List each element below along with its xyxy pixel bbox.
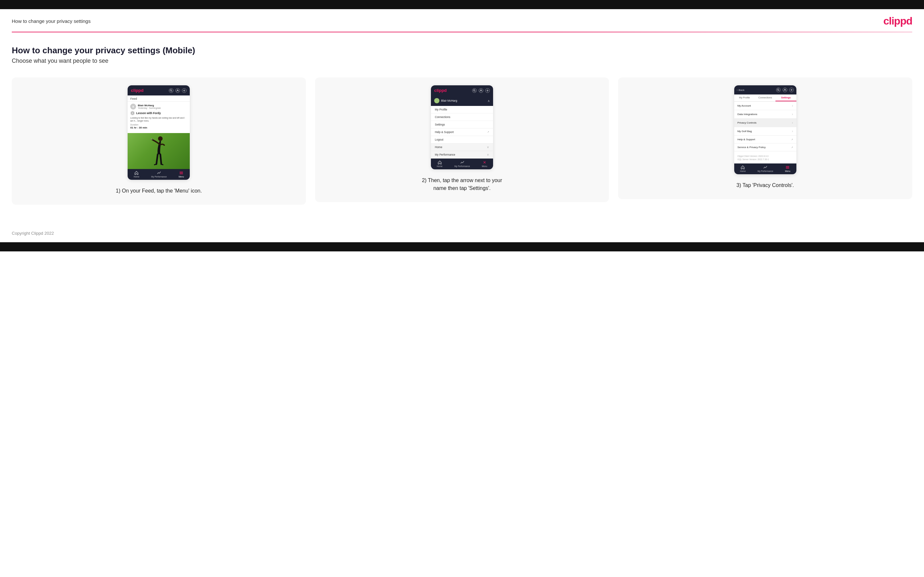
chevron-right-icon-2: ›	[792, 113, 793, 116]
search-icon-3	[776, 88, 781, 92]
svg-point-5	[158, 136, 163, 141]
home-icon-3	[740, 165, 745, 170]
menu-icon-3	[785, 165, 790, 170]
page-subheading: Choose what you want people to see	[12, 58, 912, 64]
nav-performance-label-2: My Performance	[454, 165, 470, 168]
home-icon-2	[438, 160, 442, 165]
nav-menu-label-3: Menu	[785, 170, 790, 172]
steps-row: clippd Feed	[12, 77, 912, 205]
dropdown-menu: My Profile Connections Settings Help & S…	[431, 106, 493, 158]
main-content: How to change your privacy settings (Mob…	[0, 32, 924, 224]
phone-1-header: clippd	[128, 85, 190, 95]
dropdown-nav-home: Home ∨	[431, 143, 493, 151]
top-bar	[0, 0, 924, 9]
post-user-row: B Blair McHarg Yesterday · Sunningdale	[130, 104, 187, 110]
golf-image	[128, 133, 190, 169]
svg-point-13	[777, 89, 779, 90]
feed-label: Feed	[128, 95, 190, 102]
nav-home: Home	[134, 171, 139, 178]
tab-my-profile: My Profile	[734, 95, 755, 102]
step-1-phone: clippd Feed	[128, 85, 190, 180]
dropdown-logout: Logout	[431, 136, 493, 143]
nav-performance-label-3: My Performance	[758, 170, 773, 172]
dropdown-nav-performance: My Performance ∨	[431, 151, 493, 158]
post-desc: Looking to feel like my hands are exitin…	[130, 116, 187, 122]
phone-post: B Blair McHarg Yesterday · Sunningdale L…	[128, 102, 190, 133]
nav-performance-2: My Performance	[454, 160, 470, 168]
nav-menu-label: Menu	[179, 176, 184, 178]
post-lesson-row: Lesson with Fordy	[130, 111, 187, 115]
back-label: Back	[738, 89, 745, 92]
phone-2-icons	[472, 88, 490, 93]
step-3-card: ‹ Back	[618, 77, 912, 199]
performance-icon-2	[460, 160, 465, 165]
settings-service-privacy: Service & Privacy Policy ↗	[734, 143, 796, 152]
phone-2-bottom-nav: Home My Performance ✕ Menu	[431, 158, 493, 169]
search-icon-2	[472, 88, 477, 93]
settings-icon-3	[789, 88, 794, 92]
nav-home-label: Home	[134, 176, 139, 178]
performance-icon	[157, 171, 161, 175]
back-button: ‹ Back	[737, 89, 745, 92]
performance-icon-3	[763, 165, 767, 170]
settings-my-account: My Account ›	[734, 102, 796, 110]
post-meta: Yesterday · Sunningdale	[138, 107, 161, 109]
profile-icon-3	[783, 88, 787, 92]
phone-1-icons	[169, 88, 186, 93]
external-link-icon-2: ↗	[791, 138, 793, 141]
phone-3-icons	[776, 88, 794, 92]
page-heading: How to change your privacy settings (Mob…	[12, 45, 912, 56]
tab-settings: Settings	[775, 95, 796, 102]
settings-tabs: My Profile Connections Settings	[734, 95, 796, 102]
avatar: B	[130, 104, 136, 110]
svg-line-10	[475, 91, 475, 92]
phone-2-logo: clippd	[434, 88, 447, 93]
dropdown-user-row: Blair McHarg ∧	[431, 95, 493, 106]
svg-point-4	[131, 112, 134, 114]
profile-icon-2	[479, 88, 483, 93]
svg-point-9	[473, 89, 475, 91]
nav-home-2: Home	[437, 160, 443, 168]
back-chevron-icon: ‹	[737, 89, 738, 92]
version-info: Clippd Client Version: 2022.8.3-3 GQL Se…	[734, 152, 796, 163]
settings-icon-2	[485, 88, 490, 93]
dropdown-connections: Connections	[431, 113, 493, 121]
dropdown-settings: Settings	[431, 121, 493, 129]
settings-data-integrations: Data Integrations ›	[734, 110, 796, 119]
svg-point-16	[791, 89, 792, 90]
phone-2-header: clippd	[431, 85, 493, 95]
server-version: GQL Server Version: 2022.7.30-1	[738, 158, 793, 161]
svg-point-3	[184, 90, 185, 91]
dropdown-help: Help & Support ↗	[431, 129, 493, 136]
duration-label: Duration	[130, 124, 187, 126]
nav-menu-close: ✕ Menu	[482, 160, 487, 168]
copyright-text: Copyright Clippd 2022	[12, 231, 54, 236]
my-golf-bag-label: My Golf Bag	[738, 130, 752, 133]
svg-line-1	[172, 91, 173, 92]
duration-val: 01 hr : 30 min	[130, 126, 187, 129]
external-link-icon-3: ↗	[791, 146, 793, 149]
dropdown-my-profile: My Profile	[431, 106, 493, 113]
dropdown-username: Blair McHarg	[441, 99, 457, 102]
nav-performance-3: My Performance	[758, 165, 773, 172]
step-2-caption: 2) Then, tap the arrow next to your name…	[416, 177, 508, 192]
home-icon	[134, 171, 139, 175]
settings-help-support: Help & Support ↗	[734, 136, 796, 143]
close-icon: ✕	[482, 160, 487, 165]
header: How to change your privacy settings clip…	[0, 9, 924, 32]
svg-point-0	[170, 89, 172, 91]
external-link-icon: ↗	[487, 131, 489, 134]
chevron-right-icon-4: ›	[792, 129, 793, 133]
step-2-card: clippd	[315, 77, 609, 202]
profile-icon	[175, 88, 180, 93]
settings-phone-header: ‹ Back	[734, 85, 796, 95]
settings-privacy-controls: Privacy Controls ›	[734, 119, 796, 127]
step-3-phone: ‹ Back	[734, 85, 796, 174]
settings-my-golf-bag: My Golf Bag ›	[734, 127, 796, 136]
chevron-down-icon-2: ∨	[487, 153, 489, 156]
phone-3-bottom-nav: Home My Performance Menu	[734, 163, 796, 174]
phone-1-logo: clippd	[131, 88, 143, 93]
step-1-caption: 1) On your Feed, tap the 'Menu' icon.	[116, 187, 202, 195]
svg-line-14	[779, 90, 779, 91]
lesson-icon	[130, 111, 135, 115]
